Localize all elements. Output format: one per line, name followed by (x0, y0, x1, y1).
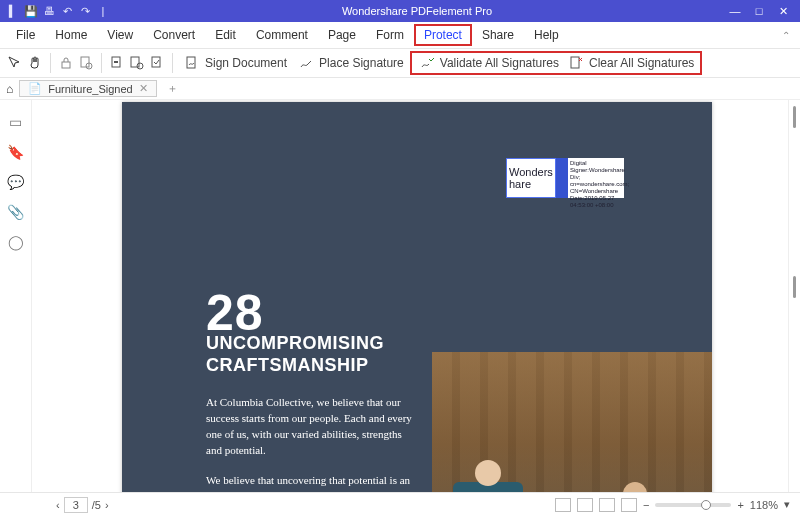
clear-signatures-icon (567, 54, 585, 72)
app-logo-icon: ▍ (6, 4, 20, 18)
svg-rect-0 (62, 62, 70, 68)
redact-icon[interactable] (108, 54, 126, 72)
svg-rect-9 (571, 57, 579, 68)
select-tool-icon[interactable] (6, 54, 24, 72)
attachments-icon[interactable]: 📎 (7, 204, 24, 220)
status-right-group: − + 118% ▾ (555, 498, 800, 512)
digital-signature-widget[interactable]: Wonders hare Digital Signer:Wondershare … (506, 158, 624, 198)
menu-protect[interactable]: Protect (414, 24, 472, 46)
view-continuous-icon[interactable] (577, 498, 593, 512)
workspace: ▭ 🔖 💬 📎 ◯ Wonders hare Digital Signer:Wo… (0, 100, 800, 492)
toolbar-sep (172, 53, 173, 73)
menu-form[interactable]: Form (366, 24, 414, 46)
zoom-out-icon[interactable]: − (643, 499, 649, 511)
zoom-in-icon[interactable]: + (737, 499, 743, 511)
close-button[interactable]: ✕ (776, 5, 790, 18)
photo-background (432, 352, 712, 492)
app-title: Wondershare PDFelement Pro (116, 5, 718, 17)
view-single-icon[interactable] (555, 498, 571, 512)
maximize-button[interactable]: □ (752, 5, 766, 18)
status-bar: ‹ 3 /5 › − + 118% ▾ (0, 492, 800, 516)
bookmarks-icon[interactable]: 🔖 (7, 144, 24, 160)
sign-document-icon (183, 54, 201, 72)
thumbnails-icon[interactable]: ▭ (9, 114, 22, 130)
view-twopage-continuous-icon[interactable] (621, 498, 637, 512)
undo-icon[interactable]: ↶ (60, 4, 74, 18)
signature-name: Wonders hare (506, 158, 556, 198)
vertical-scrollbar[interactable] (788, 100, 800, 492)
svg-rect-5 (131, 57, 139, 67)
zoom-value: 118% (750, 499, 778, 511)
password-icon[interactable] (57, 54, 75, 72)
home-tab-icon[interactable]: ⌂ (6, 82, 13, 96)
menu-home[interactable]: Home (45, 24, 97, 46)
page-next-icon[interactable]: › (105, 499, 109, 511)
search-panel-icon[interactable]: ◯ (8, 234, 24, 250)
sign-document-button[interactable]: Sign Document (179, 52, 291, 74)
tab-label: Furniture_Signed (48, 83, 132, 95)
toolbar-sep (101, 53, 102, 73)
menu-share[interactable]: Share (472, 24, 524, 46)
page-current-input[interactable]: 3 (64, 497, 88, 513)
zoom-slider[interactable] (655, 503, 731, 507)
validate-signatures-label: Validate All Signatures (440, 56, 559, 70)
collapse-ribbon-icon[interactable]: ⌃ (782, 30, 790, 41)
hand-tool-icon[interactable] (26, 54, 44, 72)
menu-bar: File Home View Convert Edit Comment Page… (0, 22, 800, 48)
comments-icon[interactable]: 💬 (7, 174, 24, 190)
document-tab[interactable]: 📄 Furniture_Signed ✕ (19, 80, 156, 97)
validate-signatures-icon (418, 54, 436, 72)
tab-file-icon: 📄 (28, 82, 42, 95)
menu-convert[interactable]: Convert (143, 24, 205, 46)
page-headline: UNCOMPROMISING CRAFTSMANSHIP (206, 332, 384, 376)
page-prev-icon[interactable]: ‹ (56, 499, 60, 511)
document-tab-bar: ⌂ 📄 Furniture_Signed ✕ ＋ (0, 78, 800, 100)
window-controls: — □ ✕ (718, 5, 800, 18)
pdf-page: Wonders hare Digital Signer:Wondershare … (122, 102, 712, 492)
scrollbar-top-nub[interactable] (793, 106, 796, 128)
sign-document-label: Sign Document (205, 56, 287, 70)
signature-details: Digital Signer:Wondershare Div; cn=wonde… (568, 158, 624, 198)
menu-edit[interactable]: Edit (205, 24, 246, 46)
new-tab-button[interactable]: ＋ (163, 81, 182, 96)
place-signature-icon (297, 54, 315, 72)
print-icon[interactable]: 🖶 (42, 4, 56, 18)
svg-rect-8 (187, 57, 195, 68)
apply-redact-icon[interactable] (148, 54, 166, 72)
permissions-icon[interactable] (77, 54, 95, 72)
menu-page[interactable]: Page (318, 24, 366, 46)
signature-name-line1: Wonders (509, 166, 553, 178)
tab-close-icon[interactable]: ✕ (139, 82, 148, 95)
left-panel-rail: ▭ 🔖 💬 📎 ◯ (0, 100, 32, 492)
page-photo (432, 352, 712, 492)
headline-line2: CRAFTSMANSHIP (206, 354, 384, 376)
menu-file[interactable]: File (6, 24, 45, 46)
minimize-button[interactable]: — (728, 5, 742, 18)
redo-icon[interactable]: ↷ (78, 4, 92, 18)
place-signature-button[interactable]: Place Signature (293, 52, 408, 74)
signature-actions-highlight: Validate All Signatures Clear All Signat… (410, 51, 703, 75)
scrollbar-thumb[interactable] (793, 276, 796, 298)
signature-name-line2: hare (509, 178, 553, 190)
validate-signatures-button[interactable]: Validate All Signatures (414, 52, 563, 74)
title-bar: ▍ 💾 🖶 ↶ ↷ | Wondershare PDFelement Pro —… (0, 0, 800, 22)
clear-signatures-label: Clear All Signatures (589, 56, 694, 70)
qat-divider: | (96, 4, 110, 18)
page-body-paragraph-2: We believe that uncovering that potentia… (206, 472, 416, 492)
signature-seal-icon (556, 158, 568, 198)
svg-rect-4 (114, 61, 118, 63)
search-redact-icon[interactable] (128, 54, 146, 72)
quick-access-toolbar: ▍ 💾 🖶 ↶ ↷ | (0, 4, 116, 18)
menu-view[interactable]: View (97, 24, 143, 46)
view-twopage-icon[interactable] (599, 498, 615, 512)
svg-rect-1 (81, 57, 89, 67)
page-navigator: ‹ 3 /5 › (56, 497, 109, 513)
clear-signatures-button[interactable]: Clear All Signatures (563, 52, 698, 74)
photo-person-1 (453, 482, 523, 492)
save-icon[interactable]: 💾 (24, 4, 38, 18)
menu-help[interactable]: Help (524, 24, 569, 46)
zoom-dropdown-icon[interactable]: ▾ (784, 498, 790, 511)
menu-comment[interactable]: Comment (246, 24, 318, 46)
document-viewport[interactable]: Wonders hare Digital Signer:Wondershare … (32, 100, 788, 492)
page-total: /5 (92, 499, 101, 511)
